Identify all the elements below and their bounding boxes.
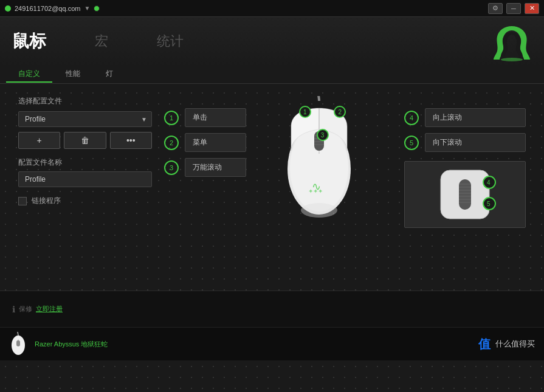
- button-row-2: 2 菜单: [164, 133, 246, 152]
- mouse-side-preview: 4 5: [404, 161, 526, 228]
- status-bar-right: 值 什么值得买: [478, 336, 535, 352]
- title-bar-left: 2491611702@qq.com ▼: [5, 5, 100, 12]
- zhihu-logo-icon: 值: [478, 336, 491, 352]
- button-label-4[interactable]: 向上滚动: [425, 108, 526, 127]
- main-content: 选择配置文件 Profile ▼ + 🗑 ••• 配置文件名称 链接程序 1 单…: [0, 84, 544, 291]
- profile-name-label: 配置文件名称: [18, 157, 152, 168]
- razer-logo: [492, 23, 532, 65]
- button-row-1: 1 单击: [164, 108, 246, 127]
- zhihu-tagline: 什么值得买: [495, 339, 535, 349]
- nav-stats[interactable]: 统计: [157, 32, 184, 50]
- svg-text:5: 5: [487, 201, 491, 207]
- settings-button[interactable]: ⚙: [488, 3, 503, 14]
- app-header: 鼠标 宏 统计: [0, 17, 544, 66]
- mouse-image-container: ∿ ✦✦✦ 1 2 3: [270, 96, 380, 218]
- right-button-row-4: 4 向上滚动: [404, 108, 526, 127]
- button-label-1[interactable]: 单击: [185, 108, 246, 127]
- button-number-3: 3: [164, 160, 179, 175]
- tab-bar: 自定义 性能 灯: [0, 66, 544, 84]
- delete-profile-button[interactable]: 🗑: [64, 132, 106, 149]
- mouse-svg: ∿ ✦✦✦: [270, 96, 368, 230]
- device-name-label: Razer Abyssus 地狱狂蛇: [35, 340, 108, 349]
- right-button-row-5: 5 向下滚动: [404, 133, 526, 152]
- nav-mouse[interactable]: 鼠标: [12, 30, 46, 53]
- minimize-button[interactable]: ─: [506, 3, 521, 14]
- register-link[interactable]: 立即注册: [36, 304, 63, 314]
- nav-macro[interactable]: 宏: [95, 32, 108, 50]
- title-bar: 2491611702@qq.com ▼ ⚙ ─ ✕: [0, 0, 544, 17]
- link-program-checkbox[interactable]: [18, 197, 27, 205]
- account-dropdown-icon[interactable]: ▼: [84, 5, 90, 12]
- button-number-5: 5: [404, 136, 419, 150]
- button-label-2[interactable]: 菜单: [185, 133, 246, 152]
- button-number-4: 4: [404, 111, 419, 125]
- center-panel: 1 单击 2 菜单 3 万能滚动: [164, 96, 246, 278]
- tab-customize[interactable]: 自定义: [6, 66, 52, 83]
- button-label-5[interactable]: 向下滚动: [425, 133, 526, 152]
- left-panel: 选择配置文件 Profile ▼ + 🗑 ••• 配置文件名称 链接程序: [18, 96, 152, 278]
- button-label-3[interactable]: 万能滚动: [185, 158, 246, 177]
- status-indicator: [94, 5, 100, 12]
- profile-select-label: 选择配置文件: [18, 96, 152, 106]
- status-mouse-icon: [9, 332, 27, 356]
- button-row-3: 3 万能滚动: [164, 158, 246, 177]
- mouse-display-area: ∿ ✦✦✦ 1 2 3: [258, 96, 392, 278]
- svg-rect-27: [16, 340, 20, 346]
- mouse-badge-3: 3: [317, 129, 329, 141]
- profile-select[interactable]: Profile: [18, 111, 152, 127]
- mouse-badge-1: 1: [299, 106, 311, 118]
- svg-text:✦✦✦: ✦✦✦: [308, 188, 323, 194]
- profile-select-wrapper: Profile ▼: [18, 111, 152, 127]
- profile-actions: + 🗑 •••: [18, 132, 152, 149]
- footer: ℹ 保修 立即注册: [0, 291, 544, 327]
- account-email: 2491611702@qq.com: [15, 5, 80, 12]
- link-program-label: 链接程序: [32, 196, 61, 206]
- title-bar-controls: ⚙ ─ ✕: [488, 3, 539, 14]
- svg-text:4: 4: [487, 179, 491, 186]
- online-status-dot: [5, 5, 11, 12]
- warranty-text: 保修: [19, 304, 32, 314]
- trash-icon: 🗑: [81, 136, 89, 145]
- info-icon: ℹ: [12, 304, 15, 314]
- right-panel: 4 向上滚动 5 向下滚动 4: [404, 96, 526, 278]
- close-button[interactable]: ✕: [525, 3, 539, 14]
- status-bar: Razer Abyssus 地狱狂蛇 值 什么值得买: [0, 327, 544, 360]
- more-options-button[interactable]: •••: [110, 132, 152, 149]
- profile-name-input[interactable]: [18, 171, 152, 187]
- svg-point-0: [501, 58, 523, 61]
- button-number-1: 1: [164, 111, 179, 125]
- link-program-row: 链接程序: [18, 196, 152, 206]
- svg-point-11: [301, 203, 337, 218]
- button-number-2: 2: [164, 136, 179, 150]
- tab-lighting[interactable]: 灯: [94, 66, 125, 83]
- add-profile-button[interactable]: +: [18, 132, 60, 149]
- tab-performance[interactable]: 性能: [53, 66, 92, 83]
